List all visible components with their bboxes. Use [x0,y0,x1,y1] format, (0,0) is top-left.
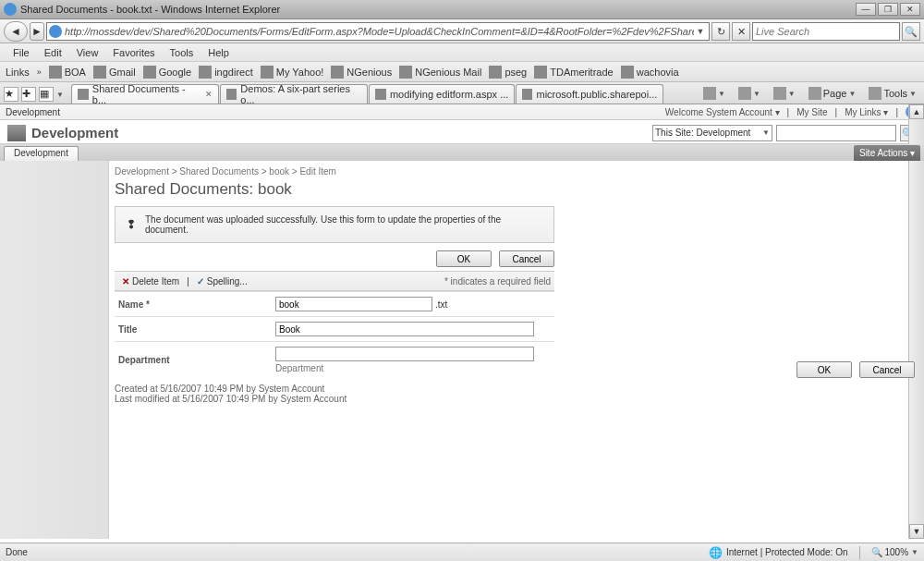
tools-menu[interactable]: Tools▼ [865,85,920,102]
ok-button-top[interactable]: OK [436,250,492,267]
address-input[interactable] [65,26,694,37]
created-by-link[interactable]: System Account [259,384,325,394]
zoom-control[interactable]: 🔍 100% ▼ [871,547,919,557]
ngeniousmail-favicon-icon [399,66,412,79]
search-go-button[interactable]: 🔍 [902,22,920,41]
site-name[interactable]: Development [31,125,118,140]
link-pseg[interactable]: pseg [489,66,527,79]
menu-view[interactable]: View [69,45,106,60]
tab-close-icon[interactable]: ✕ [205,90,213,99]
links-toolbar: Links » BOA Gmail Google ingdirect My Ya… [0,62,924,82]
tab-modifying[interactable]: modifying editform.aspx ... [369,84,515,104]
window-titlebar: Shared Documents - book.txt - Windows In… [0,0,924,19]
back-button[interactable]: ◄ [4,21,28,42]
link-ingdirect[interactable]: ingdirect [199,66,253,79]
site-actions-menu[interactable]: Site Actions ▾ [854,145,920,161]
menu-file[interactable]: File [6,45,37,60]
bc-book[interactable]: book [269,166,289,177]
bc-development[interactable]: Development [115,166,169,177]
form-toolbar: ✕Delete Item | ✓Spelling... * indicates … [115,271,554,291]
link-tdameritrade[interactable]: TDAmeritrade [534,66,613,79]
minimize-button[interactable]: — [856,3,876,16]
link-myyahoo[interactable]: My Yahoo! [261,66,324,79]
link-google[interactable]: Google [143,66,191,79]
menu-help[interactable]: Help [201,45,237,60]
nav-tab-development[interactable]: Development [4,146,79,161]
address-dropdown[interactable]: ▼ [694,27,707,36]
link-gmail[interactable]: Gmail [93,66,136,79]
quick-tabs-icon[interactable]: ▦ [39,87,54,102]
page-content: ▲ ▼ Development Welcome System Account ▾… [0,104,924,539]
bc-edititem: Edit Item [299,166,335,177]
ingdirect-favicon-icon [199,66,212,79]
menu-favorites[interactable]: Favorites [105,45,162,60]
welcome-menu[interactable]: Welcome System Account ▾ [665,107,780,117]
menu-tools[interactable]: Tools [163,45,201,60]
feeds-button[interactable]: ▼ [735,85,764,102]
close-button[interactable]: ✕ [900,3,920,16]
maximize-button[interactable]: ❐ [878,3,898,16]
refresh-button[interactable]: ↻ [711,22,730,41]
title-input[interactable] [275,322,534,336]
cancel-button-top[interactable]: Cancel [499,250,554,267]
delete-item-button[interactable]: ✕Delete Item [118,275,183,287]
search-scope-dropdown[interactable]: This Site: Development▼ [652,125,772,141]
print-button[interactable]: ▼ [770,85,799,102]
scroll-up-icon[interactable]: ▲ [909,104,924,119]
bc-shared-docs[interactable]: Shared Documents [179,166,259,177]
home-button[interactable]: ▼ [699,85,729,102]
tab4-favicon-icon [522,89,532,100]
scroll-down-icon[interactable]: ▼ [909,524,924,539]
scrollbar[interactable]: ▲ ▼ [908,104,924,539]
message-text: The document was uploaded successfully. … [145,214,542,235]
security-zone[interactable]: 🌐 Internet | Protected Mode: On [709,546,848,559]
favorites-center-icon[interactable]: ★ [4,87,18,102]
global-breadcrumb[interactable]: Development [6,107,60,117]
modified-by-link[interactable]: System Account [281,394,347,404]
gmail-favicon-icon [93,66,106,79]
department-label: Department [115,342,272,379]
title-label: Title [115,317,272,342]
site-title-row: Development This Site: Development▼ 🔍 [0,120,924,144]
cancel-button-bottom[interactable]: Cancel [859,361,915,378]
stop-button[interactable]: ✕ [732,22,750,41]
mysite-link[interactable]: My Site [796,107,827,117]
link-boa[interactable]: BOA [49,66,86,79]
link-wachovia[interactable]: wachovia [621,66,679,79]
tab-shared-documents[interactable]: Shared Documents - b...✕ [71,84,219,104]
delete-icon: ✕ [122,276,129,287]
add-favorites-icon[interactable]: ✚ [21,87,36,102]
page-title: Shared Documents: book [115,178,915,206]
search-input[interactable] [756,26,896,37]
wachovia-favicon-icon [621,66,634,79]
forward-button[interactable]: ► [30,22,44,41]
name-input[interactable] [275,297,432,311]
name-extension: .txt [432,299,447,310]
tools-icon [869,87,881,100]
td-favicon-icon [534,66,547,79]
site-search-input[interactable] [776,125,896,141]
spelling-button[interactable]: ✓Spelling... [193,275,251,287]
site-logo-icon [7,125,26,141]
address-field-wrap[interactable]: ▼ [46,22,710,41]
spellcheck-icon: ✓ [197,276,204,287]
google-favicon-icon [143,66,156,79]
zoom-icon: 🔍 [871,547,882,557]
status-bar: Done 🌐 Internet | Protected Mode: On 🔍 1… [0,543,924,561]
menu-edit[interactable]: Edit [37,45,69,60]
required-note: * indicates a required field [444,276,551,287]
ok-button-bottom[interactable]: OK [796,361,852,378]
zoom-dropdown-icon[interactable]: ▼ [911,548,918,556]
ie-icon [4,3,17,16]
links-chevron-icon[interactable]: » [37,67,42,77]
browser-search[interactable] [752,22,900,41]
link-ngeniousmail[interactable]: NGenious Mail [399,66,481,79]
tab-microsoft[interactable]: microsoft.public.sharepoi... [516,84,663,104]
quick-tabs-dropdown[interactable]: ▼ [56,91,64,99]
department-input[interactable] [275,347,534,361]
page-menu[interactable]: Page▼ [805,85,860,102]
tab-demos[interactable]: Demos: A six-part series o... [220,84,368,104]
globe-icon: 🌐 [709,546,723,559]
link-ngenious[interactable]: NGenious [331,66,392,79]
mylinks-menu[interactable]: My Links ▾ [845,107,888,117]
